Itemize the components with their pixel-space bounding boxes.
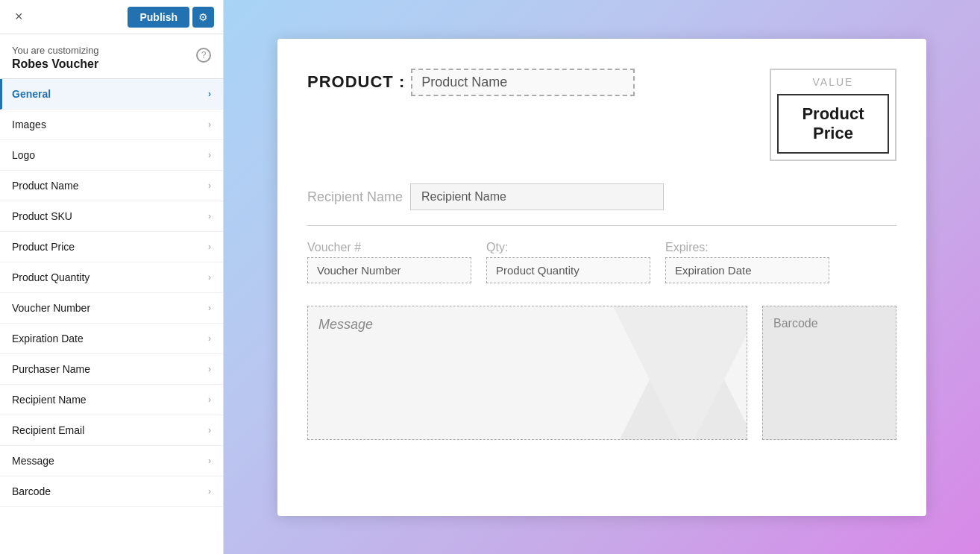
header-actions: Publish ⚙ — [128, 7, 214, 28]
nav-item-label: Message — [12, 455, 54, 467]
help-icon[interactable]: ? — [196, 48, 211, 63]
sidebar-header: × Publish ⚙ — [0, 0, 223, 34]
recipient-name-field[interactable]: Recipient Name — [410, 183, 664, 210]
nav-item-label: Voucher Number — [12, 302, 90, 314]
sidebar-item-product-price[interactable]: Product Price › — [0, 232, 223, 262]
nav-item-label: Expiration Date — [12, 333, 84, 344]
customizing-info: You are customizing Robes Voucher — [12, 45, 99, 71]
chevron-right-icon: › — [208, 272, 211, 283]
sidebar-item-product-sku[interactable]: Product SKU › — [0, 201, 223, 232]
voucher-number-label: Voucher # — [307, 241, 471, 254]
sidebar-item-message[interactable]: Message › — [0, 446, 223, 476]
chevron-right-icon: › — [208, 242, 211, 252]
message-box[interactable]: Message — [307, 306, 747, 440]
decoration-svg — [612, 306, 747, 440]
customizing-label: You are customizing — [12, 45, 99, 56]
sidebar-item-product-name[interactable]: Product Name › — [0, 171, 223, 201]
nav-item-label: General — [12, 88, 51, 100]
sidebar-item-recipient-email[interactable]: Recipient Email › — [0, 415, 223, 446]
nav-item-label: Product Name — [12, 180, 78, 192]
value-label: VALUE — [771, 70, 895, 91]
nav-item-label: Recipient Name — [12, 394, 87, 406]
publish-button[interactable]: Publish — [128, 7, 189, 28]
message-text: Message — [318, 317, 373, 332]
voucher-number-field[interactable]: Voucher Number — [307, 257, 471, 283]
divider — [307, 225, 896, 226]
sidebar-item-product-quantity[interactable]: Product Quantity › — [0, 262, 223, 293]
expires-label: Expires: — [665, 241, 829, 254]
barcode-label: Barcode — [773, 317, 818, 330]
nav-item-label: Product SKU — [12, 210, 72, 222]
sidebar-item-logo[interactable]: Logo › — [0, 140, 223, 171]
chevron-right-icon: › — [208, 89, 211, 99]
chevron-right-icon: › — [208, 180, 211, 191]
sidebar-item-images[interactable]: Images › — [0, 110, 223, 140]
nav-item-label: Barcode — [12, 485, 51, 497]
barcode-box: Barcode — [762, 306, 896, 440]
sidebar-item-barcode[interactable]: Barcode › — [0, 476, 223, 507]
product-name-field[interactable]: Product Name — [411, 69, 635, 96]
recipient-row: Recipient Name Recipient Name — [307, 183, 896, 210]
close-button[interactable]: × — [9, 6, 29, 28]
voucher-card: PRODUCT : Product Name VALUE ProductPric… — [277, 39, 926, 516]
product-label: PRODUCT : — [307, 72, 405, 92]
product-price-box: ProductPrice — [777, 94, 889, 154]
sidebar-item-voucher-number[interactable]: Voucher Number › — [0, 293, 223, 324]
nav-item-label: Product Price — [12, 241, 75, 253]
chevron-right-icon: › — [208, 119, 211, 130]
value-box: VALUE ProductPrice — [770, 69, 896, 162]
message-barcode-row: Message Barcode — [307, 306, 896, 440]
sidebar-item-purchaser-name[interactable]: Purchaser Name › — [0, 354, 223, 385]
product-section: PRODUCT : Product Name — [307, 69, 635, 96]
nav-item-label: Logo — [12, 149, 35, 161]
chevron-right-icon: › — [208, 394, 211, 405]
gear-icon: ⚙ — [198, 11, 208, 23]
chevron-right-icon: › — [208, 333, 211, 344]
chevron-right-icon: › — [208, 456, 211, 466]
customizing-section: You are customizing Robes Voucher ? — [0, 34, 223, 79]
chevron-right-icon: › — [208, 303, 211, 313]
sidebar: × Publish ⚙ You are customizing Robes Vo… — [0, 0, 224, 554]
qty-group: Qty: Product Quantity — [486, 241, 650, 283]
chevron-right-icon: › — [208, 364, 211, 374]
nav-item-label: Images — [12, 119, 46, 130]
sidebar-item-recipient-name[interactable]: Recipient Name › — [0, 385, 223, 415]
sidebar-nav: General › Images › Logo › Product Name ›… — [0, 79, 223, 507]
chevron-right-icon: › — [208, 150, 211, 160]
main-canvas: PRODUCT : Product Name VALUE ProductPric… — [224, 0, 980, 554]
expires-group: Expires: Expiration Date — [665, 241, 829, 283]
voucher-number-group: Voucher # Voucher Number — [307, 241, 471, 283]
recipient-label: Recipient Name — [307, 189, 403, 205]
voucher-top-row: PRODUCT : Product Name VALUE ProductPric… — [307, 69, 896, 162]
customizing-title: Robes Voucher — [12, 57, 99, 71]
product-label-row: PRODUCT : Product Name — [307, 69, 635, 96]
chevron-right-icon: › — [208, 486, 211, 497]
expiration-field[interactable]: Expiration Date — [665, 257, 829, 283]
nav-item-label: Recipient Email — [12, 424, 84, 436]
voucher-fields-row: Voucher # Voucher Number Qty: Product Qu… — [307, 241, 896, 283]
sidebar-item-expiration-date[interactable]: Expiration Date › — [0, 324, 223, 354]
nav-item-label: Purchaser Name — [12, 363, 90, 375]
settings-button[interactable]: ⚙ — [192, 7, 214, 28]
product-price-text: ProductPrice — [785, 104, 882, 144]
sidebar-item-general[interactable]: General › — [0, 79, 223, 110]
qty-label: Qty: — [486, 241, 650, 254]
qty-field[interactable]: Product Quantity — [486, 257, 650, 283]
chevron-right-icon: › — [208, 211, 211, 221]
nav-item-label: Product Quantity — [12, 271, 89, 283]
chevron-right-icon: › — [208, 425, 211, 435]
close-icon: × — [15, 9, 23, 24]
